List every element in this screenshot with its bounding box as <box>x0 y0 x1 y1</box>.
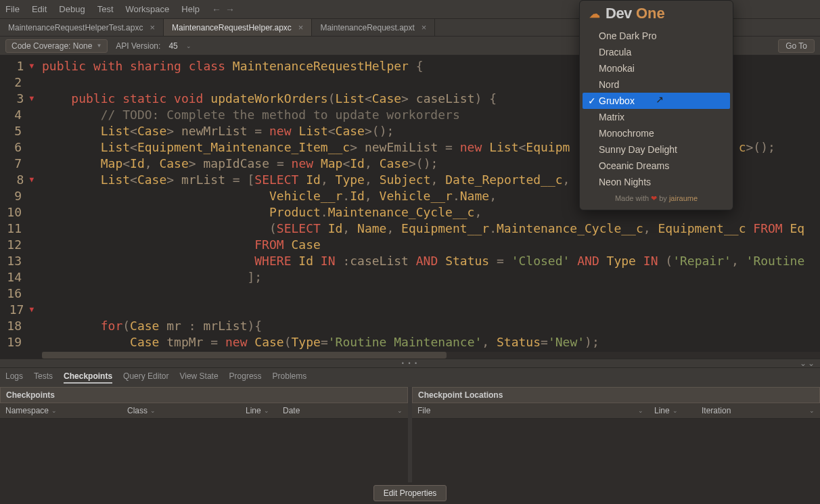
gutter-line: 14 <box>0 269 39 285</box>
chevron-down-icon: ⌄ <box>186 43 191 49</box>
gutter-line: 12 <box>0 237 39 253</box>
bottom-tab[interactable]: Tests <box>34 371 53 384</box>
popup-footer: Made with ❤ by jairaume <box>580 194 733 203</box>
popup-brand: ☁ Dev One <box>580 1 733 25</box>
sort-caret-icon: ⌄ <box>397 407 403 414</box>
api-version-value: 45 <box>168 41 177 51</box>
gutter-line: 18 <box>0 318 39 334</box>
gutter-line: 13 <box>0 253 39 269</box>
col-class[interactable]: Class⌄ <box>122 403 240 418</box>
panel-title: Checkpoint Locations <box>412 387 820 403</box>
col-line[interactable]: Line⌄ <box>240 403 277 418</box>
theme-item[interactable]: Oceanic Dreams <box>583 158 730 174</box>
sort-caret-icon: ⌄ <box>264 407 269 414</box>
theme-item[interactable]: Monochrome <box>583 125 730 141</box>
tab-helper-test[interactable]: MaintenanceRequestHelperTest.apxc × <box>0 19 164 36</box>
col-namespace[interactable]: Namespace⌄ <box>0 403 122 418</box>
close-icon[interactable]: × <box>298 22 304 32</box>
gutter-line: 8▼ <box>0 172 39 188</box>
expand-icon[interactable]: ⌄⌄ <box>800 359 816 368</box>
bottom-tab[interactable]: Logs <box>5 371 23 384</box>
brand-dot-icon: ☁ <box>589 7 600 20</box>
menu-edit[interactable]: Edit <box>32 4 47 14</box>
api-version-select[interactable]: 45 ⌄ <box>168 41 191 51</box>
close-icon[interactable]: × <box>422 22 427 32</box>
gutter-line: 1▼ <box>0 58 39 74</box>
bottom-tab[interactable]: Checkpoints <box>64 371 112 384</box>
edit-properties-button[interactable]: Edit Properties <box>373 485 447 501</box>
brand-text-one: One <box>636 5 665 22</box>
panel-body <box>0 419 408 488</box>
col-iteration[interactable]: Iteration⌄ <box>696 403 820 418</box>
gutter-line: 7 <box>0 156 39 172</box>
theme-item[interactable]: Matrix <box>583 109 730 125</box>
footer: Edit Properties <box>0 482 820 504</box>
theme-item[interactable]: Sunny Day Delight <box>583 141 730 158</box>
panel-body <box>412 419 820 488</box>
col-line[interactable]: Line⌄ <box>649 403 696 418</box>
panel-title: Checkpoints <box>0 387 408 403</box>
column-headers: File⌄ Line⌄ Iteration⌄ <box>412 403 820 419</box>
close-icon[interactable]: × <box>150 22 155 32</box>
horizontal-scrollbar[interactable] <box>42 352 820 359</box>
gutter-line: 19 <box>0 334 39 350</box>
bottom-tab[interactable]: Problems <box>273 371 307 384</box>
gutter-line: 5 <box>0 123 39 139</box>
tab-label: MaintenanceRequest.apxt <box>320 23 414 32</box>
coverage-label: Code Coverage: None <box>12 41 92 51</box>
chevron-down-icon: ▼ <box>96 43 101 49</box>
gutter-line: 2 <box>0 74 39 91</box>
checkpoints-panel: Checkpoints Namespace⌄ Class⌄ Line⌄ Date… <box>0 387 408 488</box>
theme-picker-popup: ☁ Dev One One Dark ProDraculaMonokaiNord… <box>579 0 733 210</box>
col-date[interactable]: Date⌄ <box>277 403 408 418</box>
bottom-tab[interactable]: Query Editor <box>123 371 168 384</box>
panel-splitter[interactable]: • • • ⌄⌄ <box>0 359 820 368</box>
author-link[interactable]: jairaume <box>669 194 698 202</box>
nav-forward-icon[interactable]: → <box>225 4 235 15</box>
gutter-line: 4 <box>0 107 39 123</box>
gutter-line: 3▼ <box>0 91 39 107</box>
theme-item[interactable]: Monokai <box>583 60 730 76</box>
gutter-line: 10 <box>0 204 39 221</box>
menu-help[interactable]: Help <box>181 4 200 14</box>
sort-caret-icon: ⌄ <box>673 407 678 414</box>
bottom-tabs: LogsTestsCheckpointsQuery EditorView Sta… <box>0 368 820 387</box>
goto-button[interactable]: Go To <box>778 39 815 53</box>
menu-file[interactable]: File <box>5 4 20 14</box>
gutter-line: 9 <box>0 188 39 204</box>
sort-caret-icon: ⌄ <box>51 407 57 414</box>
menu-workspace[interactable]: Workspace <box>126 4 170 14</box>
tab-label: MaintenanceRequestHelperTest.apxc <box>8 23 143 32</box>
tab-helper[interactable]: MaintenanceRequestHelper.apxc × <box>164 19 312 36</box>
fold-arrow-icon[interactable]: ▼ <box>29 172 34 188</box>
theme-item[interactable]: Neon Nights <box>583 174 730 190</box>
brand-text-dev: Dev <box>606 5 632 22</box>
theme-item[interactable]: Nord <box>583 76 730 93</box>
tab-label: MaintenanceRequestHelper.apxc <box>172 23 292 32</box>
fold-arrow-icon[interactable]: ▼ <box>29 58 34 74</box>
nav-back-icon[interactable]: ← <box>212 4 221 15</box>
fold-arrow-icon[interactable]: ▼ <box>29 91 34 107</box>
col-file[interactable]: File⌄ <box>412 403 649 418</box>
column-headers: Namespace⌄ Class⌄ Line⌄ Date⌄ <box>0 403 408 419</box>
theme-item[interactable]: One Dark Pro <box>583 28 730 44</box>
theme-list: One Dark ProDraculaMonokaiNordGruvbox↖Ma… <box>580 25 733 194</box>
code-coverage-select[interactable]: Code Coverage: None ▼ <box>5 39 108 53</box>
tab-request-trigger[interactable]: MaintenanceRequest.apxt × <box>312 19 435 36</box>
scrollbar-thumb[interactable] <box>42 352 447 359</box>
sort-caret-icon: ⌄ <box>150 407 156 414</box>
cursor-icon: ↖ <box>656 94 664 105</box>
fold-arrow-icon[interactable]: ▼ <box>29 302 34 318</box>
gutter-line: 6 <box>0 139 39 156</box>
gutter: 1▼23▼45678▼910111213141617▼1819 <box>0 55 42 359</box>
bottom-tab[interactable]: View State <box>179 371 218 384</box>
theme-item[interactable]: Dracula <box>583 44 730 60</box>
sort-caret-icon: ⌄ <box>809 407 815 414</box>
bottom-tab[interactable]: Progress <box>229 371 262 384</box>
gutter-line: 16 <box>0 285 39 302</box>
menu-test[interactable]: Test <box>97 4 114 14</box>
sort-caret-icon: ⌄ <box>638 407 643 414</box>
gutter-line: 17▼ <box>0 302 39 318</box>
theme-item[interactable]: Gruvbox↖ <box>583 93 730 109</box>
menu-debug[interactable]: Debug <box>59 4 85 14</box>
